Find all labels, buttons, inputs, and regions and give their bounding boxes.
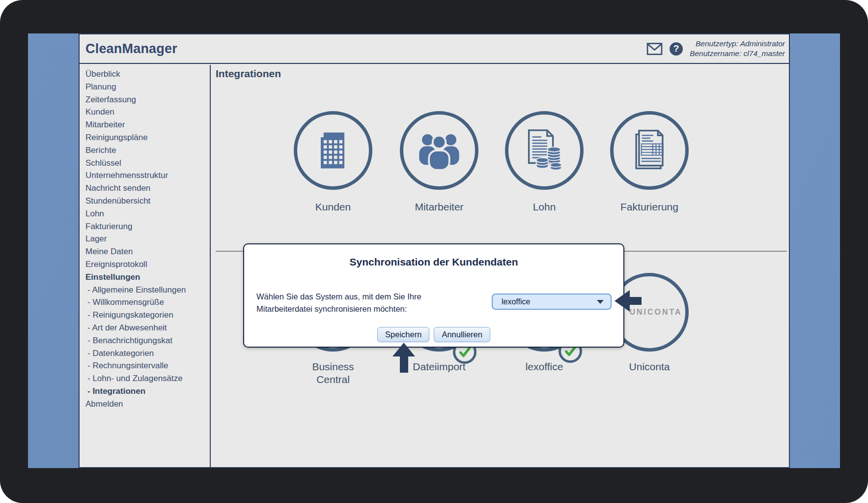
- team-icon: [414, 129, 465, 172]
- annotation-arrow-left-icon: [615, 290, 642, 312]
- integration-circle-mitarbeiter[interactable]: [400, 111, 478, 190]
- integration-kunden: Kunden: [280, 111, 386, 213]
- integration-label: Mitarbeiter: [415, 201, 463, 213]
- integration-label: Business Central: [296, 360, 370, 386]
- dropdown-selected-value: lexoffice: [502, 297, 530, 306]
- sidebar-item[interactable]: Einstellungen: [85, 271, 210, 284]
- dialog-button-row: Speichern Annullieren: [244, 327, 623, 342]
- sidebar-item[interactable]: - Integrationen: [85, 385, 210, 398]
- integration-label: Uniconta: [629, 360, 670, 373]
- mail-icon[interactable]: [646, 42, 663, 56]
- dialog-title: Synchronisation der Kundendaten: [244, 256, 623, 268]
- header-right: ? Benutzertyp: Administrator Benutzernam…: [646, 39, 789, 59]
- annotation-arrow-up-icon: [392, 343, 415, 373]
- integration-lohn: Lohn: [491, 111, 597, 213]
- page-title: Integrationen: [216, 68, 281, 80]
- integration-circle-kunden[interactable]: [294, 111, 372, 190]
- sidebar-item[interactable]: - Lohn- und Zulagensätze: [85, 372, 210, 385]
- integration-label: Fakturierung: [620, 201, 678, 213]
- dialog-body-line2: Mitarbeiterdatei synchronisieren möchten…: [256, 303, 421, 315]
- integration-circle-fakturierung[interactable]: [610, 111, 689, 190]
- sidebar-item[interactable]: Schlüssel: [85, 157, 210, 170]
- sidebar-item[interactable]: Nachricht senden: [85, 182, 210, 195]
- dialog-body-text: Wählen Sie das System aus, mit dem Sie I…: [256, 291, 421, 315]
- sidebar-nav: ÜberblickPlanungZeiterfassungKundenMitar…: [80, 65, 211, 467]
- integration-label: Dateiimport: [413, 360, 465, 373]
- user-info: Benutzertyp: Administrator Benutzername:…: [690, 39, 785, 59]
- cancel-button[interactable]: Annullieren: [434, 327, 490, 342]
- user-type-label: Benutzertyp: Administrator: [690, 39, 785, 49]
- sidebar-item[interactable]: Lager: [85, 233, 210, 245]
- sidebar-item[interactable]: Ereignisprotokoll: [85, 258, 210, 271]
- sidebar-item[interactable]: Planung: [85, 81, 210, 93]
- sidebar-item[interactable]: - Rechnungsintervalle: [85, 359, 210, 372]
- integration-circle-lohn[interactable]: [505, 111, 584, 190]
- sidebar-item[interactable]: Abmelden: [85, 398, 210, 411]
- help-icon[interactable]: ?: [670, 42, 683, 56]
- app-title: CleanManager: [85, 41, 177, 57]
- building-icon: [309, 127, 357, 174]
- sidebar-item[interactable]: Kunden: [85, 106, 210, 118]
- integration-label: Kunden: [315, 201, 351, 213]
- payroll-coins-icon: [520, 126, 568, 175]
- sidebar-item[interactable]: - Allgemeine Einstellungen: [85, 284, 210, 296]
- sidebar-item[interactable]: Überblick: [85, 68, 210, 81]
- user-name-label: Benutzername: cl74_master: [690, 49, 785, 59]
- sidebar-item[interactable]: - Benachrichtigungskat: [85, 334, 210, 347]
- sidebar-item[interactable]: Unternehmensstruktur: [85, 169, 210, 182]
- sidebar-item[interactable]: Reinigungspläne: [85, 131, 210, 144]
- sidebar-item[interactable]: Fakturierung: [85, 220, 210, 233]
- save-button[interactable]: Speichern: [377, 327, 429, 342]
- integration-fakturierung: Fakturierung: [596, 111, 702, 213]
- chevron-down-icon: [597, 300, 604, 304]
- integration-label: Lohn: [533, 201, 556, 213]
- sidebar-item[interactable]: Mitarbeiter: [85, 118, 210, 131]
- invoice-icon: [626, 127, 673, 174]
- sidebar-item[interactable]: Berichte: [85, 144, 210, 157]
- app-header: CleanManager ? Benutzertyp: Administrato…: [80, 34, 789, 64]
- dialog-body-line1: Wählen Sie das System aus, mit dem Sie I…: [256, 291, 421, 303]
- sidebar-item[interactable]: Zeiterfassung: [85, 93, 210, 106]
- sidebar-item[interactable]: Stundenübersicht: [85, 195, 210, 207]
- sidebar-item[interactable]: - Art der Abwesenheit: [85, 322, 210, 334]
- system-select-dropdown[interactable]: lexoffice: [492, 294, 612, 310]
- sidebar-item[interactable]: - Willkommensgrüße: [85, 296, 210, 309]
- sidebar-item[interactable]: - Datenkategorien: [85, 347, 210, 360]
- device-frame: CleanManager ? Benutzertyp: Administrato…: [0, 0, 868, 503]
- sidebar-item[interactable]: Lohn: [85, 207, 210, 220]
- sidebar-item[interactable]: - Reinigungskategorien: [85, 309, 210, 322]
- integration-label: lexoffice: [526, 360, 563, 373]
- sync-dialog: Synchronisation der Kundendaten Wählen S…: [243, 243, 624, 348]
- sidebar-item[interactable]: Meine Daten: [85, 245, 210, 258]
- integration-mitarbeiter: Mitarbeiter: [386, 111, 492, 213]
